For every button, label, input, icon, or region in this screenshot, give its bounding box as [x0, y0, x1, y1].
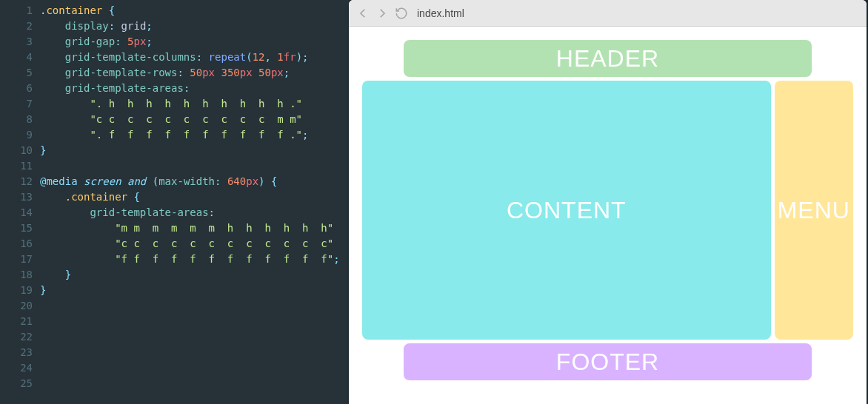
line-number: 6 [0, 81, 33, 96]
code-line[interactable]: ". f f f f f f f f f f ."; [40, 127, 349, 143]
code-line[interactable]: grid-template-areas: [40, 81, 349, 96]
line-number-gutter: 1234567891011121314151617181920212223242… [0, 0, 40, 404]
code-line[interactable] [40, 345, 349, 360]
code-line[interactable]: "c c c c c c c c c c c c" [40, 236, 349, 252]
code-line[interactable] [40, 376, 349, 391]
code-line[interactable]: grid-gap: 5px; [40, 34, 349, 50]
line-number: 9 [0, 127, 33, 143]
code-line[interactable] [40, 298, 349, 314]
line-number: 20 [0, 298, 33, 314]
code-line[interactable] [40, 360, 349, 376]
code-line[interactable] [40, 329, 349, 345]
code-line[interactable]: grid-template-columns: repeat(12, 1fr); [40, 50, 349, 65]
code-line[interactable]: @media screen and (max-width: 640px) { [40, 174, 349, 189]
line-number: 17 [0, 252, 33, 267]
menu-region: MENU [775, 81, 853, 340]
line-number: 8 [0, 112, 33, 127]
code-line[interactable] [40, 158, 349, 174]
code-line[interactable]: "m m m m m m h h h h h h" [40, 220, 349, 236]
code-line[interactable]: .container { [40, 3, 349, 18]
line-number: 11 [0, 158, 33, 174]
browser-preview: index.html HEADER CONTENT MENU FOOTER [349, 0, 867, 404]
line-number: 22 [0, 329, 33, 345]
line-number: 4 [0, 50, 33, 65]
browser-toolbar: index.html [349, 0, 867, 27]
line-number: 23 [0, 345, 33, 360]
code-line[interactable]: } [40, 267, 349, 283]
code-editor[interactable]: 1234567891011121314151617181920212223242… [0, 0, 349, 404]
line-number: 5 [0, 65, 33, 81]
line-number: 18 [0, 267, 33, 283]
back-arrow-icon[interactable] [356, 7, 370, 20]
code-line[interactable]: "f f f f f f f f f f f f"; [40, 252, 349, 267]
code-line[interactable]: grid-template-areas: [40, 205, 349, 220]
line-number: 13 [0, 189, 33, 205]
line-number: 3 [0, 34, 33, 50]
code-line[interactable] [40, 314, 349, 329]
line-number: 16 [0, 236, 33, 252]
forward-arrow-icon[interactable] [375, 7, 389, 20]
line-number: 1 [0, 3, 33, 18]
code-line[interactable]: "c c c c c c c c c c m m" [40, 112, 349, 127]
code-line[interactable]: ". h h h h h h h h h h ." [40, 96, 349, 112]
code-line[interactable]: } [40, 143, 349, 158]
code-line[interactable]: grid-template-rows: 50px 350px 50px; [40, 65, 349, 81]
line-number: 15 [0, 220, 33, 236]
line-number: 12 [0, 174, 33, 189]
line-number: 10 [0, 143, 33, 158]
code-content[interactable]: .container { display: grid; grid-gap: 5p… [40, 0, 349, 404]
footer-region: FOOTER [404, 343, 812, 380]
line-number: 21 [0, 314, 33, 329]
header-region: HEADER [404, 40, 812, 77]
line-number: 2 [0, 18, 33, 34]
grid-container: HEADER CONTENT MENU FOOTER [362, 40, 853, 391]
line-number: 19 [0, 283, 33, 298]
line-number: 7 [0, 96, 33, 112]
line-number: 14 [0, 205, 33, 220]
code-line[interactable]: .container { [40, 189, 349, 205]
line-number: 24 [0, 360, 33, 376]
address-bar-text[interactable]: index.html [417, 7, 464, 19]
code-line[interactable]: display: grid; [40, 18, 349, 34]
rendered-page: HEADER CONTENT MENU FOOTER [349, 27, 867, 404]
content-region: CONTENT [362, 81, 771, 340]
reload-icon[interactable] [395, 7, 408, 20]
line-number: 25 [0, 376, 33, 391]
code-line[interactable]: } [40, 283, 349, 298]
